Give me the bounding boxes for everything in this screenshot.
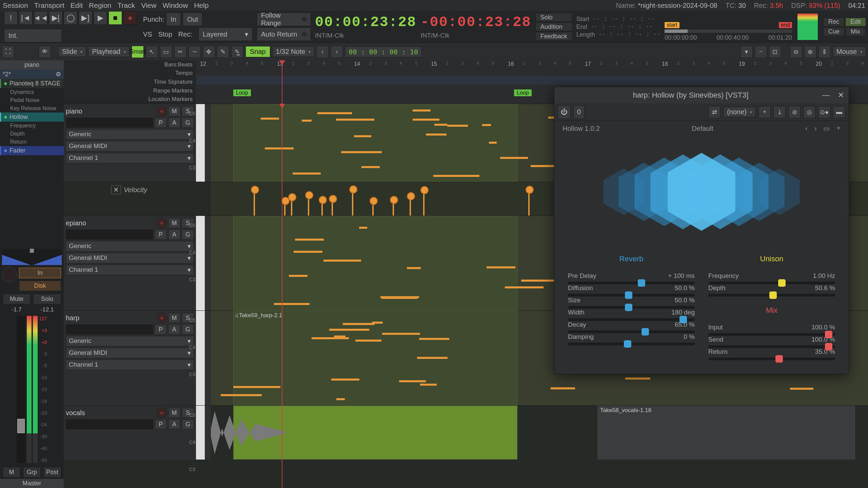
preset-select[interactable]: (none)▾	[723, 107, 756, 117]
peak-db[interactable]: -12.1	[33, 306, 62, 313]
mute-button[interactable]: Mute	[3, 294, 31, 304]
zoom-out-v-icon[interactable]: ⊖	[790, 46, 802, 58]
track-header-vocals[interactable]: vocals ● M S P A G	[64, 406, 196, 460]
sel-len-val[interactable]: -- : -- : -- : --	[598, 31, 661, 38]
follow-range-select[interactable]: Follow Range	[257, 13, 311, 26]
primary-clock[interactable]: 00:00:23:28	[315, 14, 416, 30]
menu-view[interactable]: View	[141, 1, 156, 9]
zoom-in-h-icon[interactable]: ⊡	[769, 46, 781, 58]
secondary-clock[interactable]: -00:00:23:28	[420, 14, 531, 30]
loop-start-marker[interactable]: Loop	[233, 89, 251, 96]
keyboard-strip[interactable]: C5C4C3	[196, 216, 211, 310]
grid-tool[interactable]: ✥	[203, 46, 215, 58]
strip-comment[interactable]: *2*	[3, 71, 11, 78]
rec-tab[interactable]: Rec	[823, 18, 844, 26]
track-p-button[interactable]: P	[155, 419, 167, 429]
latency-icon[interactable]: ⊙●	[818, 106, 830, 118]
play-button[interactable]: ▶|	[49, 11, 62, 25]
strip-name[interactable]: piano	[0, 60, 64, 69]
nudge-back-button[interactable]: ‹	[316, 46, 329, 58]
pin-icon[interactable]: ⇄	[708, 106, 721, 118]
monitor-in-button[interactable]	[2, 267, 17, 282]
track-a-button[interactable]: A	[168, 324, 180, 334]
track-generic-select[interactable]: Generic▾	[66, 241, 194, 251]
show-mixer-icon[interactable]: 👁	[39, 46, 51, 58]
keyboard-strip[interactable]: C5C4C3	[196, 311, 211, 405]
track-name[interactable]: epiano	[66, 219, 155, 227]
track-header-piano[interactable]: piano ● M S P A G Generic▾ General MIDI▾…	[64, 104, 196, 182]
track-rec-button[interactable]: ●	[157, 106, 167, 116]
prev-preset-icon[interactable]: ‹	[805, 124, 808, 133]
plugin-titlebar[interactable]: harp: Hollow (by Sinevibes) [VST3] —✕	[554, 87, 849, 103]
plugin-pianoteq[interactable]: ●Pianoteq 8 STAGE	[0, 79, 64, 88]
zoom-in-v-icon[interactable]: ⊕	[804, 46, 816, 58]
stretch-tool[interactable]: ↔	[189, 46, 201, 58]
play-range-button[interactable]: ▶]	[79, 11, 92, 25]
track-header-epiano[interactable]: epiano ● M S P A G Generic▾ General MIDI…	[64, 216, 196, 310]
sync-int-button[interactable]: Int.	[4, 29, 62, 42]
menu-region[interactable]: Region	[89, 1, 112, 9]
track-p-button[interactable]: P	[155, 118, 167, 128]
ctrl-return[interactable]: Return	[0, 138, 64, 146]
add-preset-icon[interactable]: +	[758, 106, 771, 118]
keyboard-strip[interactable]: C5C4C3	[196, 104, 211, 182]
next-preset-icon[interactable]: ›	[814, 124, 817, 133]
track-header-harp[interactable]: harp ● M S P A G Generic▾ General MIDI▾ …	[64, 311, 196, 405]
track-rec-button[interactable]: ●	[157, 408, 167, 418]
rec-mode-select[interactable]: Layered▾	[198, 27, 253, 41]
zoom-fit-v-icon[interactable]: ⇕	[818, 46, 831, 58]
menu-transport[interactable]: Transport	[34, 1, 64, 9]
cue-tab[interactable]: Cue	[823, 27, 845, 36]
ctrl-keyrelease[interactable]: Key Release Noise	[0, 104, 64, 113]
ctrl-depth[interactable]: Depth	[0, 130, 64, 138]
track-rec-button[interactable]: ●	[157, 218, 167, 228]
edit-tab[interactable]: Edit	[845, 18, 866, 26]
track-g-button[interactable]: G	[182, 118, 194, 128]
param-slider[interactable]	[568, 330, 695, 333]
ctrl-pedal[interactable]: Pedal Noise	[0, 96, 64, 104]
zoom-focus-select[interactable]: Mouse▾	[833, 46, 866, 57]
track-generic-select[interactable]: Generic▾	[66, 336, 194, 346]
param-slider[interactable]	[568, 282, 695, 284]
channel-fader[interactable]: 127+3+0-3-5-10-15-18-20-24-30-40-50	[0, 313, 64, 466]
track-a-button[interactable]: A	[168, 229, 180, 240]
mix-tab[interactable]: Mix	[846, 27, 865, 36]
menu-edit[interactable]: Edit	[71, 1, 83, 9]
stop-button[interactable]: ■	[108, 11, 122, 25]
param-slider[interactable]	[568, 318, 695, 321]
keyboard-icon[interactable]: ▬	[833, 106, 845, 118]
contents-tool[interactable]: ✎̲	[231, 46, 243, 58]
track-channel-select[interactable]: Channel 1▾	[66, 360, 194, 370]
stop-label[interactable]: Stop	[158, 30, 172, 38]
menu-help[interactable]: Help	[194, 1, 209, 9]
zoom-preset-icon[interactable]: ▾	[741, 46, 753, 58]
delete-preset-icon[interactable]: ⊘	[788, 106, 801, 118]
range-tool[interactable]: ▭	[160, 46, 172, 58]
track-rec-button[interactable]: ●	[157, 313, 167, 323]
sel-end-val[interactable]: -- : -- : -- : --	[591, 23, 653, 30]
rewind-button[interactable]: ◄◄	[34, 11, 47, 25]
play-forward-button[interactable]: ▶	[94, 11, 107, 25]
track-gm-select[interactable]: General MIDI▾	[66, 141, 194, 151]
sync-src-2[interactable]: INT/M-Clk	[420, 32, 531, 39]
track-gm-select[interactable]: General MIDI▾	[66, 253, 194, 263]
track-mute-button[interactable]: M	[168, 313, 180, 323]
smart-tool[interactable]: Smart	[132, 46, 144, 58]
feedback-alert[interactable]: Feedback	[535, 32, 572, 41]
marker-start[interactable]: start	[665, 22, 679, 28]
track-p-button[interactable]: P	[155, 324, 167, 334]
menu-window[interactable]: Window	[162, 1, 188, 9]
panner[interactable]: L R	[2, 249, 62, 265]
loop-end-marker[interactable]: Loop	[514, 89, 532, 96]
edit-point-select[interactable]: Playhead▾	[88, 46, 129, 57]
grp-button[interactable]: Grp	[23, 467, 41, 477]
snap-toggle[interactable]: Snap	[245, 46, 270, 57]
param-slider[interactable]	[708, 358, 835, 360]
gain-db[interactable]: -1.7	[2, 306, 31, 313]
track-g-button[interactable]: G	[182, 324, 194, 334]
minimize-icon[interactable]: —	[822, 91, 830, 100]
fader-slot[interactable]: ●Fader	[0, 146, 64, 155]
plugin-preset-name[interactable]: Default	[692, 125, 713, 133]
cut-tool[interactable]: ✂	[174, 46, 186, 58]
track-channel-select[interactable]: Channel 1▾	[66, 265, 194, 275]
